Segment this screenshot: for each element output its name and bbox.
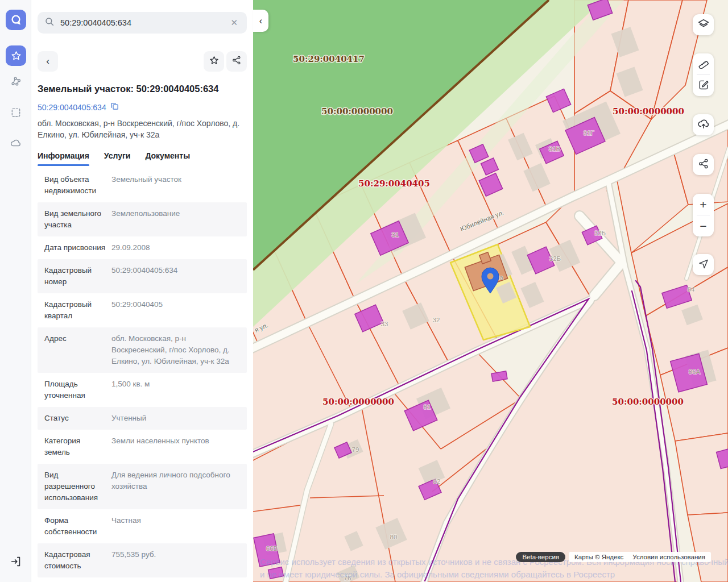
info-row-value: Частная [111,515,247,538]
svg-text:31В: 31В [549,146,561,152]
svg-text:50:00:0000000: 50:00:0000000 [612,397,684,407]
zoom-out-button[interactable]: − [693,215,714,236]
beta-badge: Beta-версия [516,552,565,562]
info-row: Кадастровый квартал 50:29:0040405 [38,293,247,327]
layers-control [693,14,714,35]
info-row-value: 755,535 руб. [111,549,247,572]
svg-text:86А: 86А [689,368,701,375]
info-row-value: 29.09.2008 [111,242,247,253]
cloud-upload-button[interactable] [693,114,714,135]
upload-control [693,114,714,135]
dashed-square-icon [10,107,22,118]
back-button[interactable]: ‹ [38,51,58,72]
svg-text:66В: 66В [266,545,278,552]
svg-text:84: 84 [688,286,695,293]
measure-draw-control [693,53,714,96]
sidebar-item-cloud[interactable] [6,133,26,153]
tab-1[interactable]: Услуги [104,151,131,166]
layers-icon [697,18,710,32]
share-object-button[interactable] [226,51,247,72]
info-row-value: Для ведения личного подсобного хозяйства [111,469,247,504]
tab-2[interactable]: Документы [145,151,190,166]
info-row: Площадь уточненная 1,500 кв. м [38,373,247,407]
star-outline-icon [209,55,220,68]
svg-text:31Г: 31Г [583,130,594,136]
locate-me-button[interactable] [693,254,714,275]
info-row-label: Кадастровый номер [44,265,111,288]
app-logo[interactable] [6,10,26,30]
edit-icon [698,79,709,93]
info-row-label: Вид объекта недвижимости [44,174,111,197]
info-row-label: Статус [44,413,111,424]
tab-0[interactable]: Информация [38,151,89,166]
clear-search-icon[interactable]: ✕ [228,16,240,29]
info-row-label: Площадь уточненная [44,379,111,401]
info-row: Форма собственности Частная [38,509,247,543]
svg-text:32Б: 32Б [594,230,606,236]
info-row-value: 50:29:0040405:634 [111,265,247,288]
svg-text:81: 81 [424,404,431,410]
info-row-label: Адрес [44,333,111,367]
svg-text:80: 80 [390,534,398,541]
sidebar-item-favorites[interactable] [6,45,26,66]
cloud-icon [10,137,22,149]
info-row-label: Форма собственности [44,515,111,538]
info-row: Кадастровая стоимость 755,535 руб. [38,543,247,577]
cadastral-number-link[interactable]: 50:29:0040405:634 [38,103,106,112]
zoom-control: + − [693,194,714,236]
login-button[interactable] [6,551,26,572]
info-row: Адрес обл. Московская, р-н Воскресенский… [38,327,247,373]
info-row: Статус Учтенный [38,407,247,430]
search-input[interactable] [60,18,228,27]
info-row: Вид разрешенного использования Для веден… [38,464,247,509]
left-icon-rail [0,0,31,582]
sidebar-item-select-area[interactable] [6,102,26,123]
collapse-panel-button[interactable]: ‹ [253,10,268,32]
info-row-label: Кадастровый квартал [44,299,111,322]
share-map-button[interactable] [693,154,714,175]
svg-text:50:00:0000000: 50:00:0000000 [613,106,684,117]
info-panel: ✕ ‹ Земельный участок: 50:29:0040405:634… [31,0,253,582]
edit-button[interactable] [693,75,714,96]
svg-text:76: 76 [344,575,351,581]
copy-icon[interactable] [110,102,119,113]
page-title: Земельный участок: 50:29:0040405:634 [38,84,247,94]
zoom-in-button[interactable]: + [693,194,714,215]
logout-icon [10,555,22,568]
info-row-value: Землепользование [111,208,247,231]
info-row: Вид объекта недвижимости Земельный участ… [38,168,247,202]
map-canvas[interactable]: Юбилейная ул.я ул. 3131Г31В333232Б32Б32а… [253,0,728,582]
ruler-icon [698,57,709,71]
terms-of-use-link[interactable]: Условия использования [632,554,705,560]
locate-control [693,254,714,275]
svg-text:50:29:0040417: 50:29:0040417 [293,54,365,64]
info-table: Вид объекта недвижимости Земельный участ… [38,168,247,577]
svg-text:50:00:0000000: 50:00:0000000 [321,106,393,117]
info-row-label: Вид земельного участка [44,208,111,231]
panel-header-actions: ‹ [38,51,247,72]
favorite-button[interactable] [204,51,224,72]
layers-button[interactable] [693,14,714,35]
map-attribution: Beta-версия Карты © Яндекс Условия испол… [516,552,711,562]
info-row-value: обл. Московская, р-н Воскресенский, г/по… [111,333,247,367]
map-copyright[interactable]: Карты © Яндекс [574,554,623,560]
cadastral-number-row: 50:29:0040405:634 [38,102,247,113]
share-icon [231,55,242,68]
sidebar-item-objects[interactable] [6,71,26,92]
info-row-value: 1,500 кв. м [111,379,247,401]
share-control [693,154,714,175]
svg-text:32Б: 32Б [549,255,561,262]
svg-text:32: 32 [433,317,440,323]
logo-icon [10,14,22,26]
search-bar: ✕ [38,12,247,34]
info-row-value: 50:29:0040405 [111,299,247,322]
ruler-button[interactable] [693,53,714,74]
svg-text:79: 79 [352,446,359,453]
info-row-value: Учтенный [111,413,247,424]
svg-text:33: 33 [381,321,388,327]
svg-text:82: 82 [433,478,441,485]
info-row-label: Дата присвоения [44,242,111,253]
info-row-value: Земельный участок [111,174,247,197]
svg-text:31: 31 [392,231,399,238]
plus-icon: + [700,198,706,210]
